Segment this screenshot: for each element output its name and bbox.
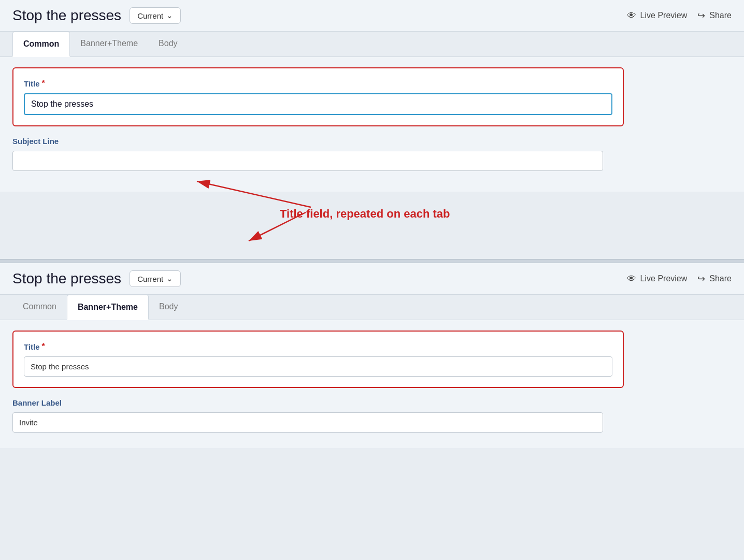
title-form-card-1: Title * [12, 67, 624, 126]
tab-body-1[interactable]: Body [148, 32, 188, 57]
tab-common-1[interactable]: Common [12, 32, 70, 57]
share-button-2[interactable]: ↪ Share [697, 273, 732, 284]
eye-icon-1: 👁 [627, 10, 636, 21]
annotation-text: Title field, repeated on each tab [280, 207, 450, 221]
panel-1: Stop the presses Current ⌄ 👁 Live Previe… [0, 0, 744, 192]
tabs-bar-2: Common Banner+Theme Body [0, 295, 744, 320]
title-input-1[interactable] [24, 93, 612, 115]
live-preview-label-2: Live Preview [640, 274, 688, 283]
title-label-1: Title * [24, 79, 612, 88]
header-actions-2: 👁 Live Preview ↪ Share [627, 273, 732, 284]
live-preview-label-1: Live Preview [640, 11, 688, 20]
annotation-area: Title field, repeated on each tab [0, 192, 744, 259]
subject-label-1: Subject Line [12, 137, 732, 146]
live-preview-button-2[interactable]: 👁 Live Preview [627, 274, 688, 284]
tab-banner-theme-1[interactable]: Banner+Theme [70, 32, 148, 57]
version-label-1: Current [137, 11, 163, 20]
live-preview-button-1[interactable]: 👁 Live Preview [627, 10, 688, 21]
banner-label: Banner Label [12, 398, 732, 407]
tab-banner-theme-2[interactable]: Banner+Theme [67, 295, 149, 320]
banner-input[interactable] [12, 412, 603, 433]
share-button-1[interactable]: ↪ Share [697, 10, 732, 21]
title-form-card-2: Title * [12, 331, 624, 388]
tab-body-2[interactable]: Body [149, 295, 188, 320]
panel-2-header: Stop the presses Current ⌄ 👁 Live Previe… [0, 263, 744, 295]
share-label-2: Share [709, 274, 732, 283]
page-wrapper: Stop the presses Current ⌄ 👁 Live Previe… [0, 0, 744, 560]
panel-1-body: Title * Subject Line [0, 57, 744, 192]
chevron-down-icon-1: ⌄ [166, 11, 173, 20]
share-icon-2: ↪ [697, 273, 705, 284]
share-icon-1: ↪ [697, 10, 705, 21]
banner-section: Banner Label [12, 398, 732, 433]
panel-divider [0, 259, 744, 263]
share-label-1: Share [709, 11, 732, 20]
title-label-2: Title * [24, 342, 612, 351]
eye-icon-2: 👁 [627, 274, 636, 284]
chevron-down-icon-2: ⌄ [166, 274, 173, 283]
tabs-bar-1: Common Banner+Theme Body [0, 32, 744, 57]
page-title-1: Stop the presses [12, 7, 121, 24]
panel-2-body: Title * Banner Label [0, 320, 744, 448]
title-input-2[interactable] [24, 356, 612, 377]
version-dropdown-2[interactable]: Current ⌄ [130, 270, 181, 287]
header-actions-1: 👁 Live Preview ↪ Share [627, 10, 732, 21]
required-star-2: * [42, 342, 45, 351]
panel-1-header: Stop the presses Current ⌄ 👁 Live Previe… [0, 0, 744, 32]
subject-section-1: Subject Line [12, 137, 732, 176]
required-star-1: * [42, 79, 45, 88]
version-dropdown-1[interactable]: Current ⌄ [130, 7, 181, 24]
svg-line-2 [249, 212, 306, 241]
page-title-2: Stop the presses [12, 270, 121, 287]
tab-common-2[interactable]: Common [12, 295, 67, 320]
panel-2: Stop the presses Current ⌄ 👁 Live Previe… [0, 263, 744, 448]
version-label-2: Current [137, 275, 163, 283]
subject-input-1[interactable] [12, 151, 603, 171]
